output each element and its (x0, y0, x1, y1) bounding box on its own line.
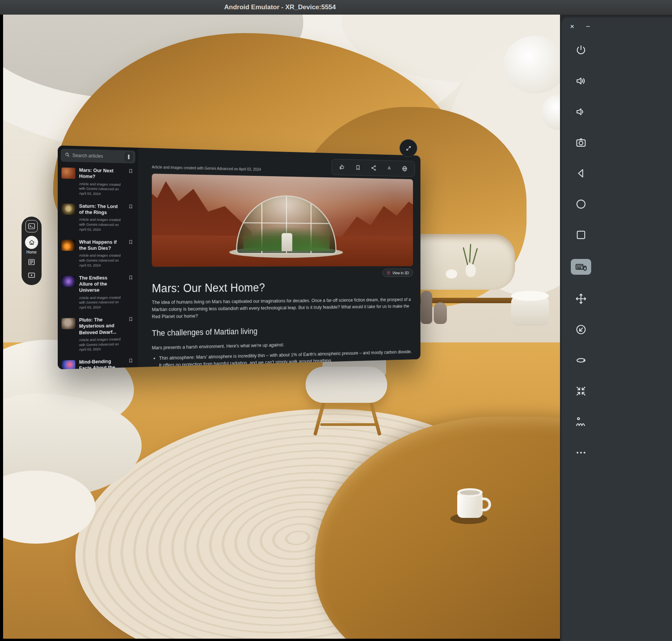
side-table-top (511, 291, 549, 301)
search-icon (65, 152, 70, 159)
media-button[interactable] (27, 271, 36, 280)
close-button[interactable]: × (570, 23, 574, 30)
newspaper-icon (27, 258, 36, 267)
article-list-item[interactable]: Pluto: The Mysterious and Beloved Dwarf.… (58, 313, 138, 356)
panel-expand-button[interactable] (400, 139, 417, 157)
emulator-toolbar: × − (562, 17, 672, 641)
article-thumbnail (62, 167, 75, 179)
keyboard-input-button[interactable] (571, 259, 591, 275)
article-text-block: Saturn: The Lord of the Rings Article an… (79, 203, 125, 232)
search-bar[interactable] (61, 149, 135, 164)
article-list-item[interactable]: The Endless Allure of the Universe Artic… (58, 271, 138, 314)
power-button[interactable] (574, 43, 588, 57)
home-circle-icon (575, 198, 587, 210)
more-options-button[interactable] (574, 446, 588, 459)
home-nav-button[interactable] (574, 197, 588, 211)
shelf-plant (463, 247, 468, 265)
reader-toolbar: A (331, 159, 415, 177)
overview-button[interactable] (574, 228, 588, 242)
text-options-button[interactable]: A (386, 165, 393, 172)
overview-square-icon (575, 229, 587, 241)
power-icon (575, 44, 587, 56)
rotate-view-button[interactable] (574, 354, 588, 367)
terminal-button[interactable] (25, 220, 38, 232)
article-list-item[interactable]: What Happens if the Sun Dies? Article an… (58, 235, 138, 272)
floor-vase-tall (421, 291, 432, 324)
article-text-block: Mars: Our Next Home? Article and images … (79, 167, 125, 197)
thumbs-up-icon (339, 164, 345, 171)
emulator-screen-frame: Home (0, 15, 560, 641)
screenshot-button[interactable] (574, 136, 588, 149)
video-icon (27, 271, 36, 280)
svg-text:A: A (388, 166, 391, 171)
motion-tracking-button[interactable] (574, 415, 588, 429)
share-button[interactable] (371, 165, 377, 172)
back-button[interactable] (574, 167, 588, 180)
volume-up-icon (575, 75, 587, 87)
zoom-to-fit-button[interactable] (574, 384, 588, 398)
reset-view-icon (575, 324, 587, 336)
minimize-button[interactable]: − (586, 23, 590, 30)
article-thumbnail (62, 276, 75, 287)
text-size-icon: A (386, 165, 393, 172)
chair-crossbar (320, 423, 378, 426)
overflow-menu-button[interactable] (124, 152, 133, 162)
reset-view-button[interactable] (574, 323, 588, 336)
view-in-3d-button[interactable]: View in 3D (382, 269, 413, 277)
article-thumbnail (62, 360, 75, 369)
bookmark-icon[interactable] (128, 275, 135, 310)
article-item-subtitle: Article and images created with Gemini A… (79, 337, 125, 352)
article-item-title: Saturn: The Lord of the Rings (79, 203, 120, 216)
shelf-vase (446, 269, 457, 279)
lounge-chair-seat (306, 367, 387, 403)
article-thumbnail (62, 204, 75, 215)
mars-hero-image (152, 174, 413, 267)
motion-path-icon (575, 416, 587, 428)
volume-up-button[interactable] (574, 74, 588, 88)
article-list-item[interactable]: Mars: Our Next Home? Article and images … (58, 163, 138, 200)
home-icon (25, 236, 38, 249)
article-text-block: What Happens if the Sun Dies? Article an… (79, 239, 125, 268)
bookmark-icon (355, 164, 361, 171)
bookmark-icon[interactable] (128, 204, 135, 232)
article-item-title: Mind-Bending Facts About the Universe (79, 358, 120, 369)
section-heading: The challenges of Martian living (152, 324, 413, 338)
article-title: Mars: Our Next Home? (152, 280, 413, 295)
articles-feed-button[interactable] (27, 258, 36, 267)
bookmark-icon[interactable] (128, 316, 135, 351)
move-window-button[interactable] (574, 292, 588, 305)
article-list-item[interactable]: Mind-Bending Facts About the Universe Ar… (58, 354, 138, 369)
home-label: Home (27, 250, 37, 254)
camera-icon (575, 137, 587, 149)
keyboard-mouse-icon (575, 261, 587, 273)
home-button[interactable]: Home (25, 236, 38, 254)
dome-door (282, 233, 293, 251)
back-triangle-icon (575, 167, 587, 179)
article-item-subtitle: Article and images created with Gemini A… (79, 295, 125, 310)
collapse-arrows-icon (575, 385, 587, 397)
kebab-icon (126, 154, 131, 160)
more-dots-icon (575, 447, 587, 459)
articles-panel-wrap: Mars: Our Next Home? Article and images … (58, 145, 420, 369)
article-text-block: Pluto: The Mysterious and Beloved Dwarf.… (79, 316, 125, 352)
like-button[interactable] (339, 164, 345, 171)
article-text-block: The Endless Allure of the Universe Artic… (79, 275, 125, 310)
translate-button[interactable] (402, 165, 408, 172)
shelf-plant (469, 244, 471, 262)
bookmark-icon[interactable] (128, 168, 135, 197)
toolbar-buttons (562, 43, 600, 459)
bookmark-icon[interactable] (128, 239, 135, 268)
search-input[interactable] (72, 153, 122, 159)
volume-down-button[interactable] (574, 105, 588, 119)
xr-scene-viewport[interactable]: Home (3, 15, 560, 639)
toolbar-window-controls: × − (570, 23, 590, 30)
article-item-title: Pluto: The Mysterious and Beloved Dwarf.… (79, 317, 120, 336)
volume-down-icon (575, 106, 587, 118)
article-item-subtitle: Article and images created with Gemini A… (79, 217, 125, 232)
article-list-item[interactable]: Saturn: The Lord of the Rings Article an… (58, 199, 138, 236)
article-thumbnail (62, 318, 75, 329)
article-item-title: Mars: Our Next Home? (79, 167, 120, 180)
bookmark-button[interactable] (355, 164, 361, 171)
article-item-subtitle: Article and images created with Gemini A… (79, 253, 125, 268)
window-titlebar[interactable]: Android Emulator - XR_Device:5554 (0, 0, 672, 15)
